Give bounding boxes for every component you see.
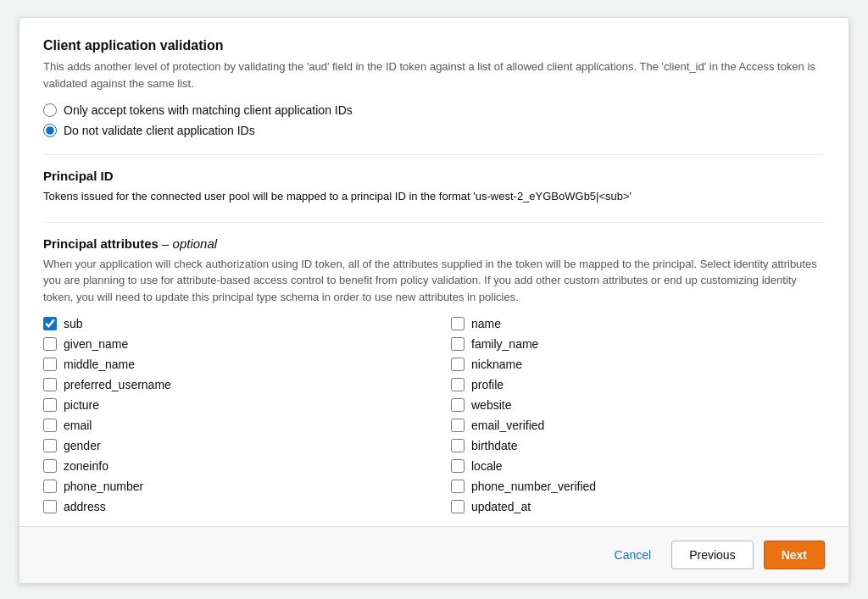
principal-id-title: Principal ID xyxy=(43,169,825,183)
checkbox-updated-at-label: updated_at xyxy=(471,500,531,513)
checkbox-website[interactable]: website xyxy=(451,398,825,412)
checkbox-website-label: website xyxy=(471,398,511,412)
principal-id-desc: Tokens issued for the connected user poo… xyxy=(43,188,825,205)
checkbox-given-name-label: given_name xyxy=(64,337,128,351)
checkbox-gender-label: gender xyxy=(64,439,101,452)
checkbox-email-verified[interactable]: email_verified xyxy=(451,419,825,432)
checkbox-birthdate-label: birthdate xyxy=(471,439,517,452)
checkbox-birthdate-input[interactable] xyxy=(451,439,465,452)
checkbox-updated-at-input[interactable] xyxy=(451,500,465,513)
checkbox-phone-number-verified-input[interactable] xyxy=(451,480,465,493)
checkbox-phone-number-input[interactable] xyxy=(43,480,57,493)
checkbox-address-label: address xyxy=(64,500,106,513)
radio-novalidate[interactable] xyxy=(43,124,57,137)
checkbox-email-verified-input[interactable] xyxy=(451,419,465,432)
divider-1 xyxy=(43,154,825,155)
radio-option-matching[interactable]: Only accept tokens with matching client … xyxy=(43,103,825,117)
checkbox-family-name-label: family_name xyxy=(471,337,538,351)
checkbox-locale-input[interactable] xyxy=(451,459,465,473)
checkbox-middle-name[interactable]: middle_name xyxy=(43,358,417,371)
checkbox-email-label: email xyxy=(64,419,92,432)
radio-matching-label: Only accept tokens with matching client … xyxy=(64,103,353,117)
checkbox-profile-label: profile xyxy=(471,378,504,391)
checkbox-nickname-label: nickname xyxy=(471,358,522,371)
checkbox-middle-name-label: middle_name xyxy=(64,358,135,371)
checkbox-email-verified-label: email_verified xyxy=(471,419,544,432)
client-validation-title: Client application validation xyxy=(43,38,825,53)
checkbox-gender[interactable]: gender xyxy=(43,439,417,452)
principal-attributes-title-suffix: – optional xyxy=(159,236,217,251)
previous-button[interactable]: Previous xyxy=(671,541,753,569)
client-validation-section: Client application validation This adds … xyxy=(43,38,825,137)
checkbox-name[interactable]: name xyxy=(451,317,825,330)
checkbox-email-input[interactable] xyxy=(43,419,57,432)
checkbox-picture-label: picture xyxy=(64,398,99,412)
checkbox-zoneinfo-label: zoneinfo xyxy=(64,459,108,473)
checkbox-birthdate[interactable]: birthdate xyxy=(451,439,825,452)
checkbox-name-input[interactable] xyxy=(451,317,465,330)
checkbox-picture-input[interactable] xyxy=(43,398,57,412)
modal-container: Client application validation This adds … xyxy=(19,17,849,584)
checkbox-phone-number-verified[interactable]: phone_number_verified xyxy=(451,480,825,493)
checkbox-updated-at[interactable]: updated_at xyxy=(451,500,825,513)
principal-attributes-desc: When your application will check authori… xyxy=(43,256,825,306)
checkbox-middle-name-input[interactable] xyxy=(43,358,57,371)
checkbox-phone-number-label: phone_number xyxy=(64,480,143,493)
checkbox-profile[interactable]: profile xyxy=(451,378,825,391)
checkbox-name-label: name xyxy=(471,317,501,330)
checkbox-website-input[interactable] xyxy=(451,398,465,412)
checkbox-preferred-username-input[interactable] xyxy=(43,378,57,391)
checkbox-sub-label: sub xyxy=(64,317,83,330)
checkbox-zoneinfo-input[interactable] xyxy=(43,459,57,473)
checkbox-locale[interactable]: locale xyxy=(451,459,825,473)
client-validation-desc: This adds another level of protection by… xyxy=(43,58,825,92)
radio-option-novalidate[interactable]: Do not validate client application IDs xyxy=(43,124,825,137)
checkbox-family-name-input[interactable] xyxy=(451,337,465,351)
checkbox-given-name-input[interactable] xyxy=(43,337,57,351)
radio-group-validation: Only accept tokens with matching client … xyxy=(43,103,825,137)
checkbox-preferred-username-label: preferred_username xyxy=(64,378,171,391)
next-button[interactable]: Next xyxy=(764,541,825,569)
principal-attributes-title-text: Principal attributes xyxy=(43,236,159,251)
modal-body: Client application validation This adds … xyxy=(19,18,849,526)
cancel-button[interactable]: Cancel xyxy=(604,541,662,568)
principal-attributes-section: Principal attributes – optional When you… xyxy=(43,236,825,514)
radio-novalidate-label: Do not validate client application IDs xyxy=(64,124,255,137)
checkbox-sub-input[interactable] xyxy=(43,317,57,330)
principal-id-section: Principal ID Tokens issued for the conne… xyxy=(43,169,825,205)
modal-footer: Cancel Previous Next xyxy=(19,526,849,583)
checkbox-given-name[interactable]: given_name xyxy=(43,337,417,351)
radio-matching[interactable] xyxy=(43,103,57,117)
checkbox-profile-input[interactable] xyxy=(451,378,465,391)
checkbox-nickname[interactable]: nickname xyxy=(451,358,825,371)
checkbox-phone-number[interactable]: phone_number xyxy=(43,480,417,493)
checkbox-family-name[interactable]: family_name xyxy=(451,337,825,351)
principal-attributes-title: Principal attributes – optional xyxy=(43,236,825,251)
checkbox-phone-number-verified-label: phone_number_verified xyxy=(471,480,596,493)
checkbox-locale-label: locale xyxy=(471,459,503,473)
checkbox-nickname-input[interactable] xyxy=(451,358,465,371)
divider-2 xyxy=(43,222,825,223)
checkbox-gender-input[interactable] xyxy=(43,439,57,452)
checkbox-zoneinfo[interactable]: zoneinfo xyxy=(43,459,417,473)
checkbox-preferred-username[interactable]: preferred_username xyxy=(43,378,417,391)
checkbox-address-input[interactable] xyxy=(43,500,57,513)
checkbox-email[interactable]: email xyxy=(43,419,417,432)
checkboxes-grid: sub name given_name family_name xyxy=(43,317,825,513)
checkbox-sub[interactable]: sub xyxy=(43,317,417,330)
checkbox-picture[interactable]: picture xyxy=(43,398,417,412)
checkbox-address[interactable]: address xyxy=(43,500,417,513)
